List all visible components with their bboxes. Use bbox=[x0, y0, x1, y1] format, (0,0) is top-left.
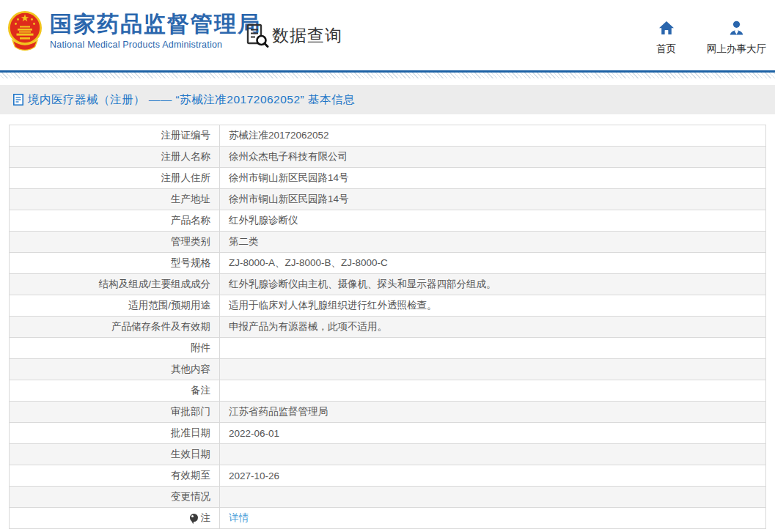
row-value: 江苏省药品监督管理局 bbox=[220, 402, 766, 423]
table-row: 注册证编号苏械注准20172062052 bbox=[10, 125, 766, 147]
spacer bbox=[0, 78, 775, 85]
row-value: 徐州市铜山新区民园路14号 bbox=[220, 189, 766, 210]
user-icon bbox=[729, 21, 744, 35]
row-value: 详情 bbox=[220, 508, 766, 529]
brand-text: 国家药品监督管理局 National Medical Products Admi… bbox=[50, 12, 261, 50]
row-value bbox=[220, 444, 766, 465]
table-row: 审批部门江苏省药品监督管理局 bbox=[10, 402, 766, 423]
row-value: 适用于临床对人体乳腺组织进行红外透照检查。 bbox=[220, 295, 766, 317]
device-info-table-body: 注册证编号苏械注准20172062052注册人名称徐州众杰电子科技有限公司注册人… bbox=[10, 125, 766, 529]
page: 国家药品监督管理局 National Medical Products Admi… bbox=[0, 0, 775, 529]
table-row: 其他内容 bbox=[10, 359, 766, 380]
table-row: 批准日期2022-06-01 bbox=[10, 423, 766, 444]
table-row: 生效日期 bbox=[10, 444, 766, 465]
page-title-bar: 境内医疗器械（注册） —— “苏械注准20172062052” 基本信息 bbox=[0, 85, 775, 114]
data-query-section[interactable]: 数据查询 bbox=[246, 23, 342, 48]
table-row: 产品名称红外乳腺诊断仪 bbox=[10, 210, 766, 232]
home-icon bbox=[658, 21, 675, 35]
row-label: 其他内容 bbox=[10, 359, 220, 380]
row-label: 附件 bbox=[10, 338, 220, 359]
row-label: 注册证编号 bbox=[10, 125, 220, 147]
row-label: 有效期至 bbox=[10, 465, 220, 487]
table-row: 注册人名称徐州众杰电子科技有限公司 bbox=[10, 147, 766, 168]
header-nav: 首页 网上办事大厅 bbox=[656, 21, 766, 56]
row-value: 红外乳腺诊断仪 bbox=[220, 210, 766, 232]
nav-service-hall-label: 网上办事大厅 bbox=[707, 43, 766, 56]
row-label: 产品名称 bbox=[10, 210, 220, 232]
table-row: 结构及组成/主要组成成分红外乳腺诊断仪由主机、摄像机、探头和显示器四部分组成。 bbox=[10, 274, 766, 295]
device-info-table: 注册证编号苏械注准20172062052注册人名称徐州众杰电子科技有限公司注册人… bbox=[9, 125, 766, 529]
row-value: ZJ-8000-A、ZJ-8000-B、ZJ-8000-C bbox=[220, 253, 766, 274]
site-title-en: National Medical Products Administration bbox=[50, 40, 261, 50]
table-row: 管理类别第二类 bbox=[10, 232, 766, 253]
hatched-band bbox=[0, 73, 775, 78]
nav-home-label: 首页 bbox=[656, 43, 676, 56]
table-row: 产品储存条件及有效期申报产品为有源器械，此项不适用。 bbox=[10, 317, 766, 338]
nav-service-hall[interactable]: 网上办事大厅 bbox=[707, 21, 766, 56]
row-value: 第二类 bbox=[220, 232, 766, 253]
row-label: 生效日期 bbox=[10, 444, 220, 465]
row-label: 型号规格 bbox=[10, 253, 220, 274]
china-national-emblem-icon bbox=[7, 8, 43, 53]
row-value: 2027-10-26 bbox=[220, 465, 766, 487]
row-value: 苏械注准20172062052 bbox=[220, 125, 766, 147]
row-label: 备注 bbox=[10, 380, 220, 402]
table-row: 适用范围/预期用途适用于临床对人体乳腺组织进行红外透照检查。 bbox=[10, 295, 766, 317]
row-label: 管理类别 bbox=[10, 232, 220, 253]
row-value: 徐州市铜山新区民园路14号 bbox=[220, 168, 766, 189]
row-value: 徐州众杰电子科技有限公司 bbox=[220, 147, 766, 168]
row-label: 审批部门 bbox=[10, 402, 220, 423]
brand-logo[interactable]: 国家药品监督管理局 National Medical Products Admi… bbox=[7, 8, 261, 53]
row-value: 2022-06-01 bbox=[220, 423, 766, 444]
row-value bbox=[220, 487, 766, 508]
row-label: 变更情况 bbox=[10, 487, 220, 508]
table-row: 备注 bbox=[10, 380, 766, 402]
table-row: 变更情况 bbox=[10, 487, 766, 508]
row-value bbox=[220, 359, 766, 380]
table-row: 注详情 bbox=[10, 508, 766, 529]
row-value: 申报产品为有源器械，此项不适用。 bbox=[220, 317, 766, 338]
row-value bbox=[220, 338, 766, 359]
row-label: 注 bbox=[10, 508, 220, 529]
table-row: 附件 bbox=[10, 338, 766, 359]
row-label: 批准日期 bbox=[10, 423, 220, 444]
nav-home[interactable]: 首页 bbox=[656, 21, 676, 56]
detail-link[interactable]: 详情 bbox=[229, 512, 249, 523]
row-value bbox=[220, 380, 766, 402]
row-label: 产品储存条件及有效期 bbox=[10, 317, 220, 338]
row-label: 注册人住所 bbox=[10, 168, 220, 189]
table-row: 型号规格ZJ-8000-A、ZJ-8000-B、ZJ-8000-C bbox=[10, 253, 766, 274]
page-title: 境内医疗器械（注册） —— “苏械注准20172062052” 基本信息 bbox=[28, 92, 355, 108]
table-row: 有效期至2027-10-26 bbox=[10, 465, 766, 487]
row-label: 注册人名称 bbox=[10, 147, 220, 168]
document-icon bbox=[12, 93, 24, 106]
document-search-icon bbox=[246, 23, 269, 48]
row-value: 红外乳腺诊断仪由主机、摄像机、探头和显示器四部分组成。 bbox=[220, 274, 766, 295]
row-label: 结构及组成/主要组成成分 bbox=[10, 274, 220, 295]
table-row: 生产地址徐州市铜山新区民园路14号 bbox=[10, 189, 766, 210]
row-label: 生产地址 bbox=[10, 189, 220, 210]
site-title-cn: 国家药品监督管理局 bbox=[50, 12, 261, 37]
row-label: 适用范围/预期用途 bbox=[10, 295, 220, 317]
table-row: 注册人住所徐州市铜山新区民园路14号 bbox=[10, 168, 766, 189]
data-query-label: 数据查询 bbox=[272, 24, 342, 47]
site-header: 国家药品监督管理局 National Medical Products Admi… bbox=[0, 0, 775, 70]
note-balloon-icon bbox=[190, 514, 198, 522]
